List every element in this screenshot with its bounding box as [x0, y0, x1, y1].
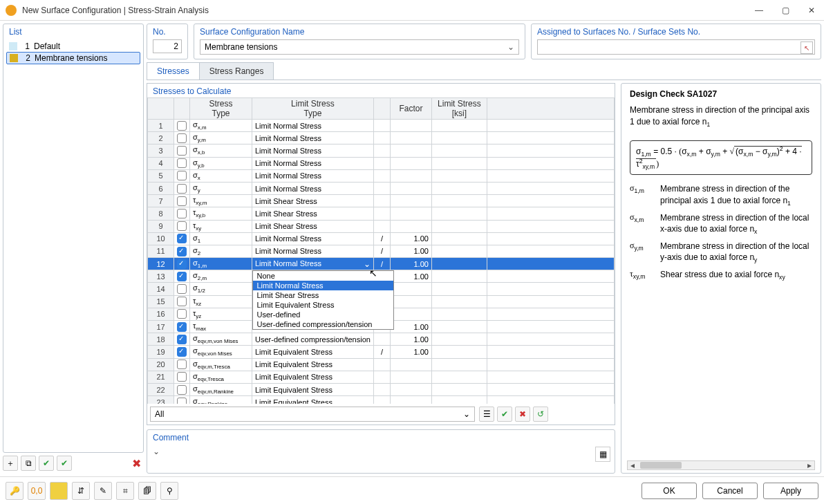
color-button[interactable]	[50, 482, 68, 500]
limit-stress-type-cell[interactable]: Limit Normal Stress	[252, 169, 374, 182]
row-checkbox[interactable]	[177, 209, 187, 218]
factor-cell[interactable]	[390, 157, 431, 169]
table-row[interactable]: 22 σeqv,m,Rankine Limit Equivalent Stres…	[148, 383, 615, 395]
table-row[interactable]: 9 τxy Limit Shear Stress	[148, 220, 615, 232]
uncheck-all-button[interactable]: ✖	[515, 407, 530, 422]
factor-cell[interactable]: 1.00	[390, 258, 431, 270]
factor-cell[interactable]	[390, 132, 431, 144]
minimize-button[interactable]: —	[752, 3, 766, 17]
factor-cell[interactable]: 1.00	[390, 333, 431, 346]
ksi-cell[interactable]	[431, 371, 487, 383]
ksi-cell[interactable]	[431, 195, 487, 207]
factor-cell[interactable]	[390, 371, 431, 383]
table-row[interactable]: 18 σeqv,m,von Mises User-defined compres…	[148, 333, 615, 346]
table-row[interactable]: 19 σeqv,von Mises Limit Equivalent Stres…	[148, 346, 615, 358]
factor-cell[interactable]	[390, 182, 431, 194]
factor-cell[interactable]	[390, 220, 431, 232]
row-checkbox[interactable]	[177, 259, 187, 269]
apply-button[interactable]: Apply	[763, 483, 818, 499]
limit-stress-type-cell[interactable]: Limit Shear Stress	[252, 207, 374, 220]
ksi-cell[interactable]	[431, 120, 487, 132]
comment-input[interactable]: ⌄	[153, 447, 590, 462]
tool-c-button[interactable]: ⌗	[116, 482, 134, 500]
ksi-cell[interactable]	[431, 396, 487, 404]
check-green-button[interactable]: ✔	[39, 456, 54, 471]
delete-item-button[interactable]: ✖	[129, 456, 144, 471]
factor-cell[interactable]: 1.00	[390, 245, 431, 257]
row-checkbox[interactable]	[177, 347, 187, 357]
table-row[interactable]: 4 σy,b Limit Normal Stress	[148, 157, 615, 169]
filter-combo[interactable]: All ⌄	[150, 407, 475, 422]
table-row[interactable]: 8 τxy,b Limit Shear Stress	[148, 207, 615, 220]
name-combo[interactable]: Membrane tensions ⌄	[200, 39, 519, 55]
ksi-cell[interactable]	[431, 346, 487, 358]
assign-input[interactable]: ↖	[537, 39, 815, 55]
ksi-cell[interactable]	[431, 308, 487, 320]
factor-cell[interactable]	[390, 120, 431, 132]
row-checkbox[interactable]	[177, 309, 187, 319]
ksi-cell[interactable]	[431, 220, 487, 232]
maximize-button[interactable]: ▢	[778, 3, 792, 17]
row-checkbox[interactable]	[177, 247, 187, 256]
table-row[interactable]: 1 σx,m Limit Normal Stress	[148, 120, 615, 132]
dropdown-option[interactable]: User-defined	[253, 310, 394, 319]
dropdown-option[interactable]: Limit Equivalent Stress	[253, 300, 394, 310]
row-checkbox[interactable]	[177, 171, 187, 180]
factor-cell[interactable]: 1.00	[390, 270, 431, 283]
limit-stress-type-cell[interactable]: Limit Shear Stress	[252, 220, 374, 232]
ksi-cell[interactable]	[431, 132, 487, 144]
ksi-cell[interactable]	[431, 144, 487, 157]
row-checkbox[interactable]	[177, 184, 187, 194]
ksi-cell[interactable]	[431, 245, 487, 257]
table-row[interactable]: 21 σeqv,Tresca Limit Equivalent Stress	[148, 371, 615, 383]
ksi-cell[interactable]	[431, 207, 487, 220]
table-row[interactable]: 23 σeqv,Rankine Limit Equivalent Stress	[148, 396, 615, 404]
ksi-cell[interactable]	[431, 333, 487, 346]
table-row[interactable]: 7 τxy,m Limit Shear Stress	[148, 195, 615, 207]
row-checkbox[interactable]	[177, 284, 187, 294]
row-checkbox[interactable]	[177, 385, 187, 395]
table-row[interactable]: 20 σeqv,m,Tresca Limit Equivalent Stress	[148, 358, 615, 371]
factor-cell[interactable]: 1.00	[390, 232, 431, 245]
tool-d-button[interactable]: 🗐	[138, 482, 156, 500]
pick-surfaces-icon[interactable]: ↖	[800, 41, 813, 54]
tool-b-button[interactable]: ✎	[94, 482, 112, 500]
ksi-cell[interactable]	[431, 182, 487, 194]
factor-cell[interactable]	[390, 283, 431, 295]
row-checkbox[interactable]	[177, 221, 187, 231]
limit-stress-type-cell[interactable]: User-defined compression/tension	[252, 333, 374, 346]
factor-cell[interactable]	[390, 308, 431, 320]
ksi-cell[interactable]	[431, 258, 487, 270]
limit-stress-type-cell[interactable]: Limit Shear Stress	[252, 195, 374, 207]
limit-stress-type-cell[interactable]: Limit Normal Stress	[252, 120, 374, 132]
factor-cell[interactable]	[390, 358, 431, 371]
check-all-button[interactable]: ✔	[497, 407, 512, 422]
ksi-cell[interactable]	[431, 270, 487, 283]
scroll-right-icon[interactable]: ▸	[805, 460, 814, 470]
factor-cell[interactable]	[390, 169, 431, 182]
limit-type-dropdown[interactable]: NoneLimit Normal StressLimit Shear Stres…	[252, 270, 395, 330]
limit-stress-type-cell[interactable]: Limit Normal Stress	[252, 132, 374, 144]
row-checkbox[interactable]	[177, 322, 187, 332]
factor-cell[interactable]	[390, 396, 431, 404]
scroll-left-icon[interactable]: ◂	[628, 460, 637, 470]
limit-stress-type-cell[interactable]: Limit Normal Stress ⌄	[252, 258, 374, 270]
list-item[interactable]: 2 Membrane tensions	[6, 52, 140, 64]
limit-stress-type-cell[interactable]: Limit Normal Stress	[252, 144, 374, 157]
row-checkbox[interactable]	[177, 234, 187, 243]
ok-button[interactable]: OK	[642, 483, 697, 499]
row-checkbox[interactable]	[177, 133, 187, 143]
tab-stress-ranges[interactable]: Stress Ranges	[199, 62, 274, 80]
limit-stress-type-cell[interactable]: Limit Equivalent Stress	[252, 371, 374, 383]
limit-stress-type-cell[interactable]: Limit Normal Stress	[252, 157, 374, 169]
row-checkbox[interactable]	[177, 196, 187, 206]
limit-stress-type-cell[interactable]: Limit Equivalent Stress	[252, 396, 374, 404]
ksi-cell[interactable]	[431, 169, 487, 182]
limit-stress-type-cell[interactable]: Limit Normal Stress	[252, 245, 374, 257]
factor-cell[interactable]	[390, 195, 431, 207]
ksi-cell[interactable]	[431, 157, 487, 169]
table-row[interactable]: 5 σx Limit Normal Stress	[148, 169, 615, 182]
row-checkbox[interactable]	[177, 158, 187, 168]
row-checkbox[interactable]	[177, 272, 187, 281]
factor-cell[interactable]: 1.00	[390, 321, 431, 333]
